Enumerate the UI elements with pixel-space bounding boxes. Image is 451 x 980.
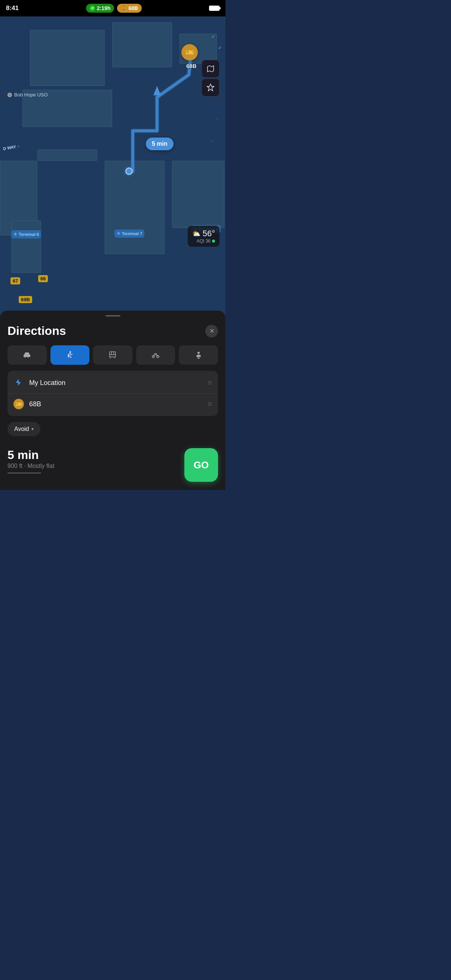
current-location-dot	[125, 167, 133, 175]
status-time: 8:41	[6, 5, 19, 12]
origin-row[interactable]: My Location ≡	[8, 372, 218, 394]
destination-icon: 🎫	[13, 399, 24, 409]
terminal-7-marker: ✈ Terminal 7	[115, 229, 144, 238]
location-icon	[206, 83, 215, 92]
nav-duration-label: 2:19h	[97, 5, 111, 11]
close-icon: ✕	[209, 328, 214, 334]
nav-duration-badge: ↗ 2:19h	[86, 4, 115, 13]
terminal-7-icon: ✈	[117, 231, 120, 236]
uso-label: Bob Hope USO	[8, 92, 48, 97]
destination-label: 68B	[186, 63, 197, 69]
transit-icon	[108, 351, 117, 360]
uso-text: Bob Hope USO	[14, 92, 48, 97]
weather-widget: ⛅ 56° AQI 36	[188, 226, 220, 247]
road-arrow-4: →	[214, 116, 219, 121]
terminal-6-marker: ✈ Terminal 6	[11, 230, 41, 239]
map-building-1	[30, 30, 105, 86]
walk-icon	[65, 351, 75, 360]
destination-label: 68B	[29, 400, 202, 408]
close-button[interactable]: ✕	[205, 325, 218, 337]
status-right	[209, 6, 220, 11]
location-button[interactable]	[202, 78, 220, 96]
map-terminal-7-building	[105, 161, 164, 254]
terminal-6-label: Terminal 6	[19, 232, 39, 237]
status-bar: 8:41 ↗ 2:19h 🚶 68B	[0, 0, 225, 16]
transport-modes	[8, 345, 218, 365]
bus-icon: 🚶	[121, 6, 126, 11]
weather-icon: ⛅	[192, 229, 201, 238]
terminal-6-icon: ✈	[13, 232, 17, 237]
aqi-label: AQI 36	[197, 239, 210, 244]
map-view-button[interactable]	[202, 60, 220, 78]
svg-point-1	[70, 352, 71, 353]
svg-marker-0	[153, 86, 161, 95]
mode-transit-button[interactable]	[93, 345, 132, 365]
duration-details: 900 ft · Mostly flat	[8, 463, 184, 469]
duration-time: 5 min	[8, 448, 184, 462]
sheet-handle	[105, 315, 120, 317]
status-center: ↗ 2:19h 🚶 68B	[86, 4, 142, 13]
rideshare-icon	[194, 351, 203, 360]
route-69b-badge: 69B	[19, 296, 32, 303]
map-terminal-8-building	[172, 161, 225, 228]
map-roadway	[37, 150, 97, 161]
road-arrow-3: ↙	[218, 45, 222, 50]
duration-section: 5 min 900 ft · Mostly flat GO	[8, 448, 218, 482]
dway-label: D WAY→	[3, 143, 20, 151]
uso-dot-icon	[8, 93, 12, 97]
bike-icon	[151, 351, 160, 360]
duration-distance: 900 ft	[8, 463, 22, 469]
ticket-icon: 🎫	[185, 48, 194, 56]
car-icon	[22, 351, 32, 360]
destination-marker: 🎫	[182, 44, 198, 60]
bottom-sheet: Directions ✕	[0, 310, 225, 490]
weather-row: ⛅ 56°	[192, 229, 215, 239]
route-66-badge: 66	[38, 275, 48, 282]
avoid-label: Avoid	[14, 426, 29, 433]
origin-drag-handle[interactable]: ≡	[207, 379, 212, 387]
terminal-7-label: Terminal 7	[122, 231, 142, 236]
map-area[interactable]: Bob Hope USO D WAY→ → ↙ ↙ → 🎫 68B 5 min …	[0, 0, 225, 321]
chevron-down-icon: ▾	[32, 426, 33, 432]
map-building-2	[112, 22, 172, 67]
bus-route-badge: 🚶 68B	[117, 4, 142, 13]
destination-drag-handle[interactable]: ≡	[207, 400, 212, 409]
weather-temperature: 56°	[203, 229, 215, 239]
progress-line	[8, 473, 41, 474]
duration-terrain: Mostly flat	[27, 463, 54, 469]
svg-point-8	[198, 352, 200, 354]
battery-icon	[209, 6, 220, 11]
weather-aqi: AQI 36	[192, 239, 215, 244]
mode-rideshare-button[interactable]	[179, 345, 218, 365]
mode-walk-button[interactable]	[51, 345, 90, 365]
origin-icon	[13, 377, 24, 388]
map-icon	[206, 65, 215, 73]
sheet-header: Directions ✕	[8, 324, 218, 338]
avoid-button[interactable]: Avoid ▾	[8, 422, 40, 436]
mode-bike-button[interactable]	[136, 345, 175, 365]
destination-row[interactable]: 🎫 68B ≡	[8, 394, 218, 415]
road-arrow-2: ↙	[211, 33, 215, 39]
go-label: GO	[194, 459, 209, 471]
destination-ticket-icon: 🎫	[16, 401, 22, 407]
location-arrow-icon	[14, 378, 23, 387]
duration-info: 5 min 900 ft · Mostly flat	[8, 448, 184, 474]
route-time-bubble: 5 min	[146, 138, 174, 150]
map-controls	[202, 60, 220, 96]
aqi-dot-icon	[212, 240, 215, 243]
svg-rect-2	[110, 352, 116, 357]
bus-route-label: 68B	[128, 5, 138, 11]
directions-title: Directions	[8, 324, 66, 338]
map-terminal-6-building	[11, 221, 41, 273]
route-inputs: My Location ≡ 🎫 68B ≡	[8, 371, 218, 416]
go-button[interactable]: GO	[184, 448, 218, 482]
nav-arrow-icon: ↗	[90, 6, 95, 11]
route-67-badge: 67	[11, 277, 20, 285]
origin-label: My Location	[29, 379, 202, 387]
road-arrow-1: →	[210, 138, 214, 143]
mode-car-button[interactable]	[8, 345, 47, 365]
